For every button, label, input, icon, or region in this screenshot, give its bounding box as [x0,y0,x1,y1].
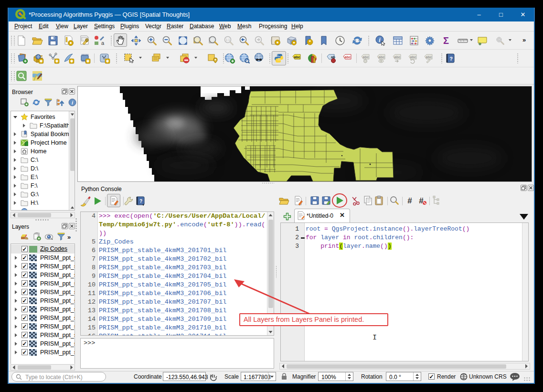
svg-text:?: ? [139,199,142,204]
svg-text:#: # [407,196,412,205]
